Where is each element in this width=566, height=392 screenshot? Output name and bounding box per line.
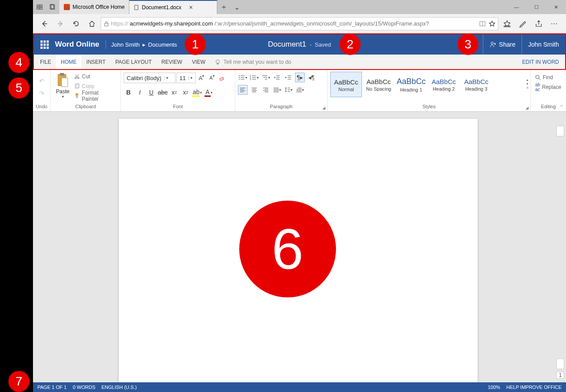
number-list-button[interactable]: 123▾ — [249, 73, 259, 82]
align-center-button[interactable] — [249, 85, 259, 95]
star-icon[interactable] — [489, 21, 495, 27]
share-page-icon[interactable] — [532, 17, 546, 31]
italic-button[interactable]: I — [135, 88, 145, 97]
close-window-button[interactable]: ✕ — [546, 0, 566, 14]
favorites-icon[interactable] — [500, 17, 514, 31]
cut-button[interactable]: Cut — [72, 72, 118, 81]
tab-page-layout[interactable]: PAGE LAYOUT — [110, 55, 157, 69]
superscript-button[interactable]: x2 — [181, 88, 190, 97]
styles-scroll-down[interactable]: ▾ — [526, 82, 529, 86]
close-icon[interactable]: ✕ — [189, 4, 193, 11]
refresh-button[interactable] — [69, 17, 83, 31]
font-size-dropdown[interactable]: 11▾ — [176, 73, 196, 83]
paste-button[interactable]: Paste ▾ — [53, 71, 72, 99]
replace-button[interactable]: abacReplace — [533, 82, 563, 92]
style-heading-1[interactable]: AaBbCcHeading 1 — [395, 72, 427, 97]
style-normal[interactable]: AaBbCcNormal — [330, 72, 362, 97]
copy-button[interactable]: Copy — [72, 81, 118, 91]
svg-point-32 — [239, 77, 240, 78]
undo-button[interactable]: ↶ — [37, 76, 47, 86]
special-indent-button[interactable]: ▾ — [295, 85, 305, 95]
office-logo-icon — [64, 4, 70, 10]
url-input[interactable]: https://acmewidgets-my.sharepoint.com/:w… — [101, 17, 498, 30]
strikethrough-button[interactable]: abc — [158, 88, 168, 97]
scroll-down-button[interactable] — [556, 359, 564, 369]
align-left-button[interactable] — [238, 85, 248, 95]
user-menu[interactable]: John Smith — [522, 34, 565, 55]
rtl-direction-button[interactable]: ◂¶ — [307, 73, 316, 82]
svg-text:3: 3 — [250, 78, 251, 81]
share-button[interactable]: Share — [483, 34, 522, 55]
redo-button[interactable]: ↷ — [37, 88, 47, 98]
subscript-button[interactable]: x2 — [169, 88, 179, 97]
status-bar: PAGE 1 OF 1 0 WORDS ENGLISH (U.S.) 100% … — [33, 382, 566, 392]
edit-in-word-button[interactable]: EDIT IN WORD — [516, 59, 565, 65]
new-tab-button[interactable]: ＋ — [217, 3, 230, 12]
status-page[interactable]: PAGE 1 OF 1 — [37, 385, 66, 390]
tab-home[interactable]: HOME — [56, 55, 81, 69]
tab-file[interactable]: FILE — [34, 55, 56, 69]
increase-indent-button[interactable] — [284, 73, 293, 82]
home-button[interactable] — [85, 17, 99, 31]
style-heading-2[interactable]: AaBbCcHeading 2 — [428, 72, 460, 97]
bold-button[interactable]: B — [124, 88, 133, 97]
font-name-dropdown[interactable]: Calibri (Body)▾ — [124, 73, 175, 83]
maximize-button[interactable]: ☐ — [526, 0, 546, 14]
help-improve-office[interactable]: HELP IMPROVE OFFICE — [506, 385, 562, 390]
styles-dialog-launcher[interactable]: ◢ — [526, 106, 529, 110]
collapse-ribbon-button[interactable]: ⌃ — [559, 104, 563, 110]
browser-tab-office[interactable]: Microsoft Office Home — [59, 0, 129, 14]
shrink-font-button[interactable]: A▾ — [207, 73, 217, 83]
back-button[interactable] — [37, 17, 51, 31]
align-justify-button[interactable]: ▾ — [272, 85, 282, 95]
format-painter-button[interactable]: Format Painter — [72, 91, 118, 101]
font-color-button[interactable]: A▾ — [204, 88, 213, 97]
status-words[interactable]: 0 WORDS — [73, 385, 95, 390]
ltr-direction-button[interactable]: ¶▸ — [295, 73, 305, 82]
line-spacing-button[interactable]: ▾ — [284, 85, 293, 95]
decrease-indent-button[interactable] — [272, 73, 282, 82]
sidebar-toggle-icon[interactable] — [33, 0, 46, 14]
notes-icon[interactable] — [516, 17, 530, 31]
app-launcher-button[interactable] — [34, 34, 55, 55]
reader-icon[interactable] — [479, 21, 486, 27]
annotation-1: 1 — [185, 34, 206, 55]
underline-button[interactable]: U — [146, 88, 156, 97]
tab-insert[interactable]: INSERT — [81, 55, 110, 69]
styles-scroll-up[interactable]: ▴ — [526, 78, 529, 82]
clear-formatting-button[interactable] — [218, 73, 227, 83]
annotation-4: 4 — [8, 52, 29, 73]
highlight-color-button[interactable]: ab▾ — [192, 88, 202, 97]
find-button[interactable]: Find — [533, 73, 555, 82]
breadcrumb[interactable]: John Smith ▸ Documents — [111, 41, 177, 48]
chevron-down-icon: ▾ — [188, 76, 194, 80]
pinned-icon[interactable] — [46, 0, 59, 14]
breadcrumb-location: Documents — [148, 41, 177, 48]
tab-view[interactable]: VIEW — [187, 55, 210, 69]
status-language[interactable]: ENGLISH (U.S.) — [102, 385, 137, 390]
browser-tab-document[interactable]: Document1.docx ✕ — [129, 0, 217, 14]
tab-review[interactable]: REVIEW — [157, 55, 187, 69]
scroll-up-button[interactable] — [556, 126, 564, 136]
styles-expand[interactable]: ≡ — [526, 86, 529, 90]
forward-button[interactable] — [53, 17, 67, 31]
tab-label: Microsoft Office Home — [73, 4, 124, 10]
svg-line-75 — [539, 78, 540, 80]
word-online-brand[interactable]: Word Online — [55, 40, 106, 49]
multilevel-list-button[interactable]: ▾ — [261, 73, 270, 82]
more-icon[interactable]: ⋯ — [548, 17, 562, 31]
bullet-list-button[interactable]: ▾ — [238, 73, 248, 82]
style-sample: AaBbCc — [334, 78, 358, 86]
paragraph-dialog-launcher[interactable]: ◢ — [322, 106, 325, 110]
chevron-down-icon: ▾ — [164, 76, 170, 80]
style-sample: AaBbCc — [366, 78, 391, 85]
minimize-button[interactable]: — — [507, 0, 526, 14]
style-heading-3[interactable]: AaBbCcHeading 3 — [460, 72, 492, 97]
style-no-spacing[interactable]: AaBbCcNo Spacing — [363, 72, 394, 97]
tell-me-search[interactable]: Tell me what you want to do — [210, 59, 296, 65]
align-right-button[interactable] — [261, 85, 270, 95]
status-zoom[interactable]: 100% — [488, 385, 500, 390]
grow-font-button[interactable]: A▴ — [197, 73, 206, 83]
document-title[interactable]: Document1 — [268, 40, 306, 49]
tab-preview-icon[interactable]: ⌄ — [230, 3, 243, 11]
